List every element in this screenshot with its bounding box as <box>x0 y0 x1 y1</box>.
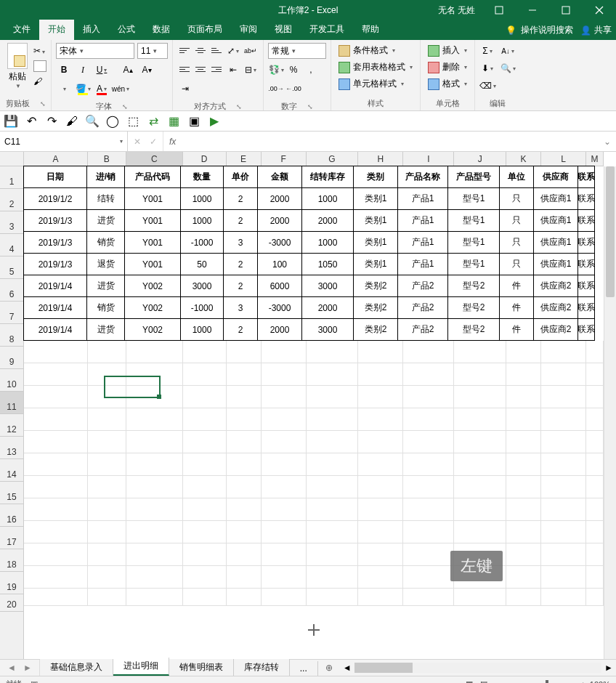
cell[interactable] <box>403 476 454 498</box>
cell[interactable] <box>358 521 403 543</box>
cell[interactable]: 2000 <box>257 318 302 341</box>
cell[interactable] <box>262 363 307 386</box>
align-top-button[interactable] <box>177 43 192 57</box>
cell[interactable]: 型号1 <box>447 209 500 232</box>
cell[interactable] <box>183 476 227 498</box>
cell[interactable] <box>227 453 262 476</box>
row-header[interactable]: 15 <box>0 482 23 504</box>
cell[interactable]: 进/销 <box>86 166 125 188</box>
scroll-right-icon[interactable]: ► <box>604 663 613 673</box>
vertical-scrollbar[interactable] <box>604 166 616 659</box>
cell[interactable] <box>307 476 359 498</box>
cell[interactable] <box>506 363 541 386</box>
redo-icon[interactable]: ↷ <box>45 115 58 128</box>
cell[interactable] <box>586 476 604 498</box>
cell[interactable]: 联系 <box>578 275 595 297</box>
cell[interactable]: 联系 <box>578 166 595 188</box>
cell[interactable] <box>358 363 403 386</box>
cell[interactable] <box>358 431 403 453</box>
cell[interactable] <box>358 543 403 566</box>
borders-button[interactable]: ▾ <box>56 81 72 97</box>
cell[interactable] <box>183 521 227 543</box>
cell[interactable] <box>227 521 262 543</box>
cell[interactable] <box>403 589 454 606</box>
row-header[interactable]: 17 <box>0 527 23 549</box>
fill-color-button[interactable]: 🪣▾ <box>75 81 91 97</box>
cell[interactable] <box>541 589 586 606</box>
cell[interactable] <box>88 363 126 386</box>
format-as-table-button[interactable]: 套用表格格式▾ <box>336 60 416 75</box>
macro-record-icon[interactable]: ▣ <box>31 679 38 683</box>
cell[interactable] <box>506 589 541 606</box>
cell[interactable]: 6000 <box>257 275 302 297</box>
copy-button[interactable] <box>33 60 46 72</box>
cell[interactable]: 型号1 <box>447 231 500 254</box>
cell[interactable] <box>227 386 262 408</box>
cell[interactable] <box>227 408 262 431</box>
cell[interactable] <box>541 476 586 498</box>
cell[interactable] <box>403 566 454 589</box>
cell[interactable] <box>126 476 183 498</box>
cell[interactable]: 2 <box>223 209 258 232</box>
cell[interactable] <box>88 476 126 498</box>
cell[interactable]: 供应商1 <box>533 187 578 210</box>
cell[interactable]: 类别1 <box>353 209 398 232</box>
cell[interactable] <box>454 408 506 431</box>
cell[interactable] <box>403 453 454 476</box>
cell[interactable] <box>183 589 227 606</box>
delete-cells-button[interactable]: 删除▾ <box>425 60 470 75</box>
cell[interactable]: 2019/1/3 <box>23 209 87 232</box>
cell[interactable]: 产品型号 <box>447 166 500 188</box>
cell[interactable] <box>454 566 506 589</box>
horizontal-scrollbar[interactable]: ◄ ► <box>340 660 616 676</box>
cell[interactable] <box>307 566 359 589</box>
row-header[interactable]: 14 <box>0 459 23 482</box>
increase-indent-button[interactable]: ⇥ <box>177 81 193 97</box>
italic-button[interactable]: I <box>75 62 91 78</box>
merge-button[interactable]: ⊟▾ <box>243 62 259 78</box>
cell[interactable]: 2019/1/3 <box>23 231 87 254</box>
cell[interactable] <box>506 566 541 589</box>
freeze-icon[interactable]: ▦ <box>167 115 180 128</box>
wrap-text-button[interactable]: ab↵ <box>243 43 259 59</box>
cut-button[interactable]: ✂▾ <box>33 46 46 56</box>
cell[interactable] <box>541 341 586 363</box>
cell[interactable]: 数量 <box>180 166 224 188</box>
orientation-button[interactable]: ⤢▾ <box>225 43 241 59</box>
cell[interactable] <box>586 453 604 476</box>
cell[interactable]: 型号1 <box>447 187 500 210</box>
column-header[interactable]: D <box>183 152 227 166</box>
enter-icon[interactable]: ✓ <box>150 137 157 147</box>
cell[interactable] <box>183 408 227 431</box>
cell[interactable] <box>358 341 403 363</box>
format-cells-button[interactable]: 格式▾ <box>425 76 470 92</box>
cell[interactable] <box>227 589 262 606</box>
cell[interactable]: 进货 <box>86 209 125 232</box>
sheet-tab[interactable]: 进出明细 <box>113 658 169 676</box>
cell[interactable] <box>262 589 307 606</box>
row-header[interactable]: 9 <box>0 347 23 369</box>
ribbon-display-button[interactable] <box>482 0 516 20</box>
cell[interactable] <box>126 453 183 476</box>
ribbon-tab-帮助[interactable]: 帮助 <box>353 20 388 40</box>
cell[interactable]: 1000 <box>301 231 354 254</box>
align-center-button[interactable] <box>193 62 208 76</box>
phonetic-button[interactable]: wén▾ <box>113 81 129 97</box>
cell[interactable]: 供应商1 <box>533 253 578 275</box>
cell[interactable] <box>586 589 604 606</box>
cell[interactable] <box>506 543 541 566</box>
cell[interactable] <box>454 431 506 453</box>
cell[interactable] <box>586 521 604 543</box>
cell[interactable] <box>403 543 454 566</box>
cell[interactable]: 1000 <box>180 318 224 341</box>
cell[interactable] <box>454 476 506 498</box>
cell[interactable]: 3000 <box>301 275 354 297</box>
cell[interactable] <box>88 453 126 476</box>
cell[interactable] <box>403 498 454 521</box>
row-header[interactable]: 6 <box>0 279 23 302</box>
cell[interactable]: Y002 <box>124 318 181 341</box>
cell[interactable] <box>586 363 604 386</box>
column-header[interactable]: C <box>126 152 183 166</box>
cell[interactable] <box>403 521 454 543</box>
sheet-tab-more[interactable]: ... <box>290 661 318 676</box>
